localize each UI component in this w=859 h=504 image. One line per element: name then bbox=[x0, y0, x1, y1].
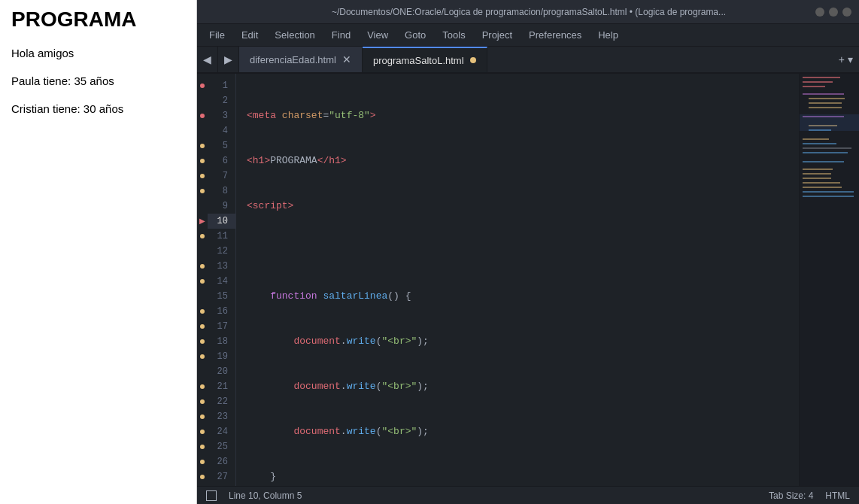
line-num-12: 12 bbox=[208, 244, 235, 259]
line-num-11: 11 bbox=[208, 229, 235, 244]
svg-rect-1 bbox=[803, 77, 840, 78]
gutter-19 bbox=[197, 349, 208, 364]
gutter-21 bbox=[197, 379, 208, 394]
svg-rect-17 bbox=[803, 173, 831, 175]
status-language[interactable]: HTML bbox=[825, 490, 850, 501]
tab-diferencia-label: diferenciaEdad.html bbox=[250, 54, 336, 65]
svg-rect-4 bbox=[803, 93, 844, 95]
gutter-27 bbox=[197, 469, 208, 484]
line-num-19: 19 bbox=[208, 349, 235, 364]
svg-rect-2 bbox=[803, 81, 833, 83]
output-line-3: Cristian tiene: 30 años bbox=[11, 102, 185, 115]
line-num-28: 28 bbox=[208, 484, 235, 486]
menu-selection[interactable]: Selection bbox=[267, 26, 322, 44]
menu-file[interactable]: File bbox=[202, 26, 232, 44]
line-num-18: 18 bbox=[208, 334, 235, 349]
minimap-svg bbox=[800, 74, 859, 472]
gutter-17 bbox=[197, 319, 208, 334]
code-line-2: <h1>PROGRAMA</h1> bbox=[247, 153, 799, 169]
line-num-16: 16 bbox=[208, 304, 235, 319]
tab-add-button[interactable]: + ▾ bbox=[833, 47, 859, 72]
line-num-25: 25 bbox=[208, 439, 235, 454]
svg-rect-23 bbox=[800, 114, 859, 131]
tab-programa[interactable]: programaSaltoL.html bbox=[363, 47, 487, 72]
menu-project[interactable]: Project bbox=[475, 26, 520, 44]
gutter-22 bbox=[197, 394, 208, 409]
svg-rect-18 bbox=[803, 178, 831, 179]
status-bar: Line 10, Column 5 Tab Size: 4 HTML bbox=[197, 486, 859, 504]
gutter-23 bbox=[197, 409, 208, 424]
code-line-8: document.write("<br>"); bbox=[247, 424, 799, 439]
line-num-5: 5 bbox=[208, 138, 235, 153]
gutter-26 bbox=[197, 454, 208, 469]
line-num-20: 20 bbox=[208, 364, 235, 379]
svg-rect-22 bbox=[803, 196, 854, 197]
gutter-6 bbox=[197, 153, 208, 169]
line-num-21: 21 bbox=[208, 379, 235, 394]
code-line-7: document.write("<br>"); bbox=[247, 379, 799, 394]
line-num-15: 15 bbox=[208, 289, 235, 304]
gutter-14 bbox=[197, 274, 208, 289]
gutter-12 bbox=[197, 244, 208, 259]
status-right: Tab Size: 4 HTML bbox=[769, 490, 850, 501]
tab-diferencia-close[interactable]: ✕ bbox=[342, 54, 351, 65]
menu-preferences[interactable]: Preferences bbox=[521, 26, 589, 44]
menu-view[interactable]: View bbox=[360, 26, 396, 44]
status-line-col[interactable]: Line 10, Column 5 bbox=[229, 490, 302, 501]
svg-rect-7 bbox=[809, 107, 842, 108]
browser-output-panel: PROGRAMA Hola amigos Paula tiene: 35 año… bbox=[0, 0, 197, 504]
title-bar: ~/Documentos/ONE:Oracle/Logica de progra… bbox=[197, 0, 859, 24]
gutter-15 bbox=[197, 289, 208, 304]
svg-rect-15 bbox=[803, 161, 844, 162]
menu-goto[interactable]: Goto bbox=[397, 26, 433, 44]
line-num-6: 6 bbox=[208, 153, 235, 169]
line-num-7: 7 bbox=[208, 169, 235, 184]
status-tab-size[interactable]: Tab Size: 4 bbox=[769, 490, 813, 501]
gutter-9 bbox=[197, 199, 208, 214]
code-content[interactable]: <meta charset="utf-8"> <h1>PROGRAMA</h1>… bbox=[236, 74, 799, 486]
line-numbers: 1 2 3 4 5 6 7 8 9 10 11 12 13 14 15 16 1… bbox=[208, 74, 236, 486]
menu-tools[interactable]: Tools bbox=[435, 26, 472, 44]
title-bar-text: ~/Documentos/ONE:Oracle/Logica de progra… bbox=[242, 7, 815, 17]
status-file-icon bbox=[206, 490, 217, 501]
gutter-13 bbox=[197, 259, 208, 274]
window-btn-2[interactable] bbox=[829, 8, 838, 17]
line-num-22: 22 bbox=[208, 394, 235, 409]
svg-rect-11 bbox=[803, 138, 829, 140]
svg-rect-12 bbox=[803, 143, 836, 144]
gutter-20 bbox=[197, 364, 208, 379]
menu-help[interactable]: Help bbox=[590, 26, 626, 44]
line-num-13: 13 bbox=[208, 259, 235, 274]
svg-rect-5 bbox=[809, 98, 845, 99]
window-btn-3[interactable] bbox=[842, 8, 851, 17]
svg-rect-0 bbox=[800, 74, 859, 472]
menu-find[interactable]: Find bbox=[324, 26, 358, 44]
line-num-23: 23 bbox=[208, 409, 235, 424]
line-num-2: 2 bbox=[208, 93, 235, 108]
code-area: ▶ bbox=[197, 74, 859, 486]
code-line-9: } bbox=[247, 469, 799, 484]
svg-rect-14 bbox=[803, 152, 848, 153]
code-line-3: <script> bbox=[247, 199, 799, 214]
gutter-7 bbox=[197, 169, 208, 184]
tab-programa-dot bbox=[470, 57, 476, 63]
svg-rect-3 bbox=[803, 86, 825, 87]
line-num-4: 4 bbox=[208, 123, 235, 138]
tab-diferencia[interactable]: diferenciaEdad.html ✕ bbox=[239, 47, 363, 72]
tab-programa-label: programaSaltoL.html bbox=[373, 55, 464, 66]
editor-main[interactable]: ▶ bbox=[197, 74, 799, 486]
menu-edit[interactable]: Edit bbox=[234, 26, 266, 44]
tab-bar: ◀ ▶ diferenciaEdad.html ✕ programaSaltoL… bbox=[197, 47, 859, 74]
code-line-6: document.write("<br>"); bbox=[247, 334, 799, 349]
window-btn-1[interactable] bbox=[815, 8, 824, 17]
status-square-icon bbox=[206, 490, 217, 501]
line-num-26: 26 bbox=[208, 454, 235, 469]
tab-add-icon: + bbox=[839, 53, 845, 65]
minimap bbox=[799, 74, 859, 486]
tab-nav-forward[interactable]: ▶ bbox=[218, 47, 239, 72]
gutter-11 bbox=[197, 229, 208, 244]
svg-rect-16 bbox=[803, 169, 833, 170]
tab-nav-back[interactable]: ◀ bbox=[197, 47, 218, 72]
gutter-1 bbox=[197, 78, 208, 93]
editor-panel: ~/Documentos/ONE:Oracle/Logica de progra… bbox=[197, 0, 859, 504]
